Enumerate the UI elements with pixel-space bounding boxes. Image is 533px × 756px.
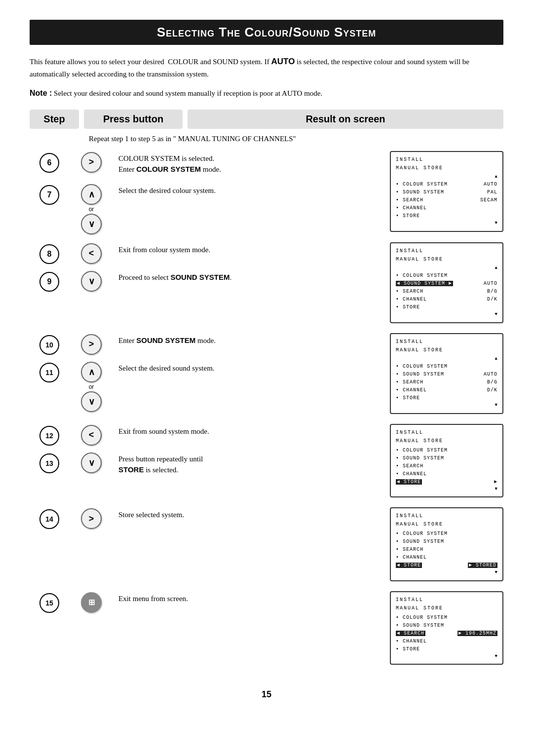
- step-badge-8: 8: [39, 244, 59, 264]
- btn-right-14[interactable]: >: [81, 508, 102, 529]
- screen-0: INSTALL MANUAL STORE ▲ • COLOUR SYSTEMAU…: [390, 151, 503, 237]
- screen-4: INSTALL MANUAL STORE • COLOUR SYSTEM • S…: [390, 507, 503, 586]
- screen-2: INSTALL MANUAL STORE ▲ • COLOUR SYSTEM •…: [390, 333, 503, 419]
- step-badge-9: 9: [39, 272, 59, 292]
- step-row-11: 11 ∧ or ∨ Select the desired sound syste…: [30, 361, 390, 412]
- desc-14: Store selected system.: [114, 507, 390, 523]
- screen-5: INSTALL MANUAL STORE • COLOUR SYSTEM • S…: [390, 591, 503, 670]
- page-number: 15: [30, 689, 503, 700]
- desc-7: Select the desired colour system.: [114, 183, 390, 198]
- btn-up-11[interactable]: ∧: [81, 362, 102, 382]
- header-row: Step Press button Result on screen: [30, 110, 503, 129]
- instruction-block: 6 > COLOUR SYSTEM is selected. Enter COL…: [30, 151, 503, 675]
- btn-up-7[interactable]: ∧: [81, 184, 102, 205]
- desc-9: Proceed to select SOUND SYSTEM.: [114, 270, 390, 285]
- desc-6: COLOUR SYSTEM is selected. Enter COLOUR …: [114, 151, 390, 177]
- btn-left-12[interactable]: <: [81, 425, 102, 446]
- desc-12: Exit from sound system mode.: [114, 424, 390, 439]
- step-row-7: 7 ∧ or ∨ Select the desired colour syste…: [30, 183, 390, 234]
- step-row-14: 14 > Store selected system.: [30, 507, 390, 529]
- step-group-8-9: 8 < Exit from colour system mode. 9 ∨ P: [30, 242, 503, 328]
- step-group-10-11: 10 > Enter SOUND SYSTEM mode. 11 ∧ or ∨: [30, 333, 503, 419]
- step-group-14: 14 > Store selected system. INSTALL MANU…: [30, 507, 503, 586]
- step-row-6: 6 > COLOUR SYSTEM is selected. Enter COL…: [30, 151, 390, 177]
- btn-right-6[interactable]: >: [81, 152, 102, 173]
- desc-13: Press button repeatedly until STORE is s…: [114, 452, 390, 478]
- step-badge-7: 7: [39, 185, 59, 205]
- btn-down-9[interactable]: ∨: [81, 271, 102, 292]
- btn-down-7[interactable]: ∨: [81, 214, 102, 234]
- btn-down-11[interactable]: ∨: [81, 391, 102, 412]
- step-badge-12: 12: [39, 426, 59, 446]
- step-badge-6: 6: [39, 153, 59, 173]
- step-badge-11: 11: [39, 363, 59, 382]
- screen-panel-2: INSTALL MANUAL STORE ▲ • COLOUR SYSTEM •…: [390, 333, 503, 414]
- page-title-bar: Selecting The Colour/Sound System: [30, 20, 503, 45]
- screen-3: INSTALL MANUAL STORE • COLOUR SYSTEM • S…: [390, 424, 503, 503]
- step-badge-10: 10: [39, 335, 59, 355]
- btn-left-8[interactable]: <: [81, 243, 102, 264]
- btn-exit-15[interactable]: ⊞: [81, 592, 102, 613]
- step-badge-13: 13: [39, 454, 59, 473]
- desc-8: Exit from colour system mode.: [114, 242, 390, 258]
- desc-15: Exit menu from screen.: [114, 591, 390, 606]
- step-group-6-7: 6 > COLOUR SYSTEM is selected. Enter COL…: [30, 151, 503, 237]
- step-group-12-13: 12 < Exit from sound system mode. 13 ∨: [30, 424, 503, 503]
- step-row-9: 9 ∨ Proceed to select SOUND SYSTEM.: [30, 270, 390, 292]
- step-row-13: 13 ∨ Press button repeatedly until STORE…: [30, 452, 390, 478]
- intro-paragraph1: This feature allows you to select your d…: [30, 55, 503, 80]
- or-text-11: or: [89, 383, 94, 390]
- repeat-note: Repeat step 1 to step 5 as in " MANUAL T…: [30, 135, 503, 143]
- screen-panel-3: INSTALL MANUAL STORE • COLOUR SYSTEM • S…: [390, 424, 503, 498]
- header-press: Press button: [84, 110, 183, 129]
- page-title: Selecting The Colour/Sound System: [39, 25, 494, 40]
- screen-1: INSTALL MANUAL STORE ▲ • COLOUR SYSTEM ◄…: [390, 242, 503, 328]
- btn-down-13[interactable]: ∨: [81, 453, 102, 473]
- desc-11: Select the desired sound system.: [114, 361, 390, 376]
- desc-10: Enter SOUND SYSTEM mode.: [114, 333, 390, 348]
- screen-panel-4: INSTALL MANUAL STORE • COLOUR SYSTEM • S…: [390, 507, 503, 581]
- step-row-15: 15 ⊞ Exit menu from screen.: [30, 591, 390, 613]
- screen-panel-5: INSTALL MANUAL STORE • COLOUR SYSTEM • S…: [390, 591, 503, 665]
- note-paragraph: Note : Select your desired colour and so…: [30, 87, 503, 100]
- step-row-10: 10 > Enter SOUND SYSTEM mode.: [30, 333, 390, 355]
- btn-right-10[interactable]: >: [81, 334, 102, 355]
- step-row-12: 12 < Exit from sound system mode.: [30, 424, 390, 446]
- screen-panel-0: INSTALL MANUAL STORE ▲ • COLOUR SYSTEMAU…: [390, 151, 503, 232]
- step-badge-15: 15: [39, 593, 59, 613]
- step-row-8: 8 < Exit from colour system mode.: [30, 242, 390, 264]
- or-text-7: or: [89, 206, 94, 213]
- step-badge-14: 14: [39, 509, 59, 529]
- header-result: Result on screen: [188, 110, 503, 129]
- step-group-15: 15 ⊞ Exit menu from screen. INSTALL MANU…: [30, 591, 503, 670]
- screen-panel-1: INSTALL MANUAL STORE ▲ • COLOUR SYSTEM ◄…: [390, 242, 503, 323]
- header-step: Step: [30, 110, 79, 129]
